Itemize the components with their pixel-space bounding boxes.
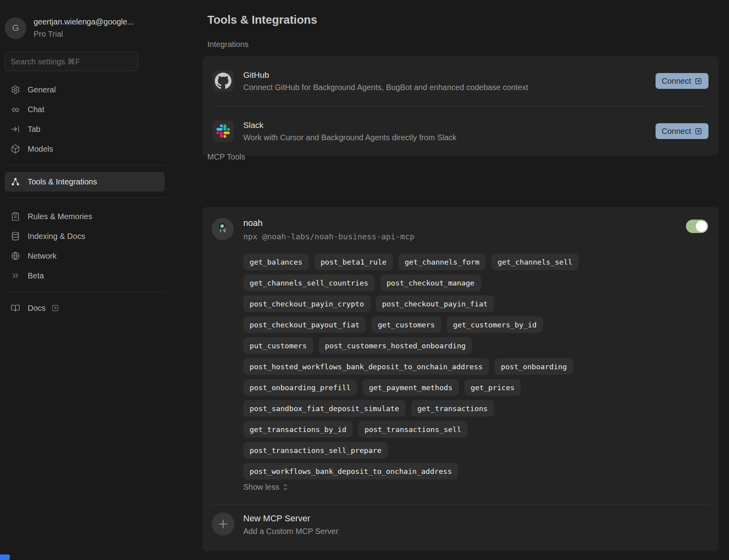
toggle-knob: [696, 221, 707, 232]
sidebar-item-indexing-docs[interactable]: Indexing & Docs: [5, 226, 165, 246]
slack-icon: [212, 120, 234, 142]
mcp-enabled-toggle[interactable]: [686, 220, 708, 233]
tool-chip[interactable]: get_customers_by_id: [447, 316, 543, 333]
bottom-left-accent: [0, 554, 10, 560]
integration-description: Work with Cursor and Background Agents d…: [243, 133, 656, 142]
account-email: geertjan.wielenga@google...: [34, 16, 134, 28]
tool-chip-row: put_customerspost_customers_hosted_onboa…: [243, 337, 713, 354]
sidebar-divider: [5, 291, 165, 292]
infinity-icon: ∞: [10, 104, 21, 115]
cube-icon: [10, 144, 21, 154]
sidebar-item-label: Tools & Integrations: [28, 177, 97, 186]
external-link-icon: [51, 304, 59, 312]
external-link-icon: [695, 77, 702, 85]
sidebar-item-label: Docs: [28, 304, 46, 313]
show-less-button[interactable]: Show less: [243, 483, 288, 492]
sidebar-item-tools-integrations[interactable]: Tools & Integrations: [5, 172, 165, 192]
tool-chip-row: post_checkout_payout_fiatget_customersge…: [243, 316, 713, 333]
sidebar-item-beta[interactable]: Beta: [5, 266, 165, 286]
tool-chip[interactable]: post_transactions_sell: [358, 421, 468, 438]
sidebar-divider: [5, 197, 165, 198]
tool-chip[interactable]: post_customers_hosted_onboarding: [319, 337, 472, 354]
card-divider: [212, 504, 709, 505]
tool-chip-row: post_transactions_sell_prepare: [243, 442, 713, 459]
tool-chip-row: post_workflows_bank_deposit_to_onchain_a…: [243, 463, 713, 479]
sidebar-item-chat[interactable]: ∞ Chat: [5, 100, 165, 119]
tool-chip[interactable]: post_onboarding: [494, 358, 573, 375]
integration-name: GitHub: [243, 70, 656, 80]
tool-chip-row: post_hosted_workflows_bank_deposit_to_on…: [243, 358, 713, 375]
sidebar-item-models[interactable]: Models: [5, 139, 165, 159]
sidebar-item-general[interactable]: General: [5, 80, 165, 100]
tool-chip[interactable]: post_onboarding_prefill: [243, 379, 357, 396]
new-mcp-server-title: New MCP Server: [243, 513, 310, 524]
clipboard-icon: [10, 211, 21, 222]
tool-chip[interactable]: get_payment_methods: [363, 379, 459, 396]
tool-chip[interactable]: get_balances: [243, 254, 309, 270]
tool-chip-row: get_balancespost_beta1_ruleget_channels_…: [243, 254, 713, 270]
tool-chip[interactable]: post_checkout_manage: [380, 274, 481, 291]
integration-name: Slack: [243, 120, 656, 130]
github-icon: [212, 70, 234, 92]
arrow-to-line-icon: [10, 124, 21, 134]
sidebar-item-label: Indexing & Docs: [28, 232, 85, 241]
status-online-dot: [219, 223, 225, 229]
tool-chip[interactable]: post_sandbox_fiat_deposit_simulate: [243, 400, 406, 417]
network-nodes-icon: [10, 177, 21, 187]
integration-description: Connect GitHub for Background Agents, Bu…: [243, 83, 656, 92]
integrations-card: GitHub Connect GitHub for Background Age…: [202, 56, 719, 156]
sidebar-item-network[interactable]: Network: [5, 246, 165, 266]
integration-row-slack: Slack Work with Cursor and Background Ag…: [202, 106, 719, 156]
mcp-tools-list: get_balancespost_beta1_ruleget_channels_…: [243, 254, 713, 484]
book-icon: [10, 303, 21, 313]
integration-row-github: GitHub Connect GitHub for Background Age…: [202, 56, 719, 106]
sidebar-item-label: Tab: [28, 125, 40, 134]
tool-chip[interactable]: get_transactions_by_id: [243, 421, 353, 438]
globe-icon: [10, 251, 21, 261]
sidebar-item-rules-memories[interactable]: Rules & Memories: [5, 207, 165, 226]
search-settings-input[interactable]: Search settings ⌘F: [5, 52, 138, 71]
sidebar-item-docs[interactable]: Docs: [5, 298, 165, 318]
sidebar-item-label: Beta: [28, 271, 44, 280]
github-connect-button[interactable]: Connect: [656, 73, 709, 89]
tool-chip[interactable]: post_beta1_rule: [314, 254, 393, 270]
tool-chip[interactable]: get_channels_form: [398, 254, 486, 270]
avatar: G: [5, 17, 26, 39]
settings-sidebar: G geertjan.wielenga@google... Pro Trial …: [0, 0, 170, 560]
tool-chip[interactable]: put_customers: [243, 337, 313, 354]
sidebar-divider: [5, 165, 165, 165]
show-less-label: Show less: [243, 483, 279, 492]
tool-chip[interactable]: post_checkout_payin_crypto: [243, 295, 370, 312]
mcp-server-name: noah: [243, 218, 263, 228]
tool-chip[interactable]: post_checkout_payout_fiat: [243, 316, 366, 333]
new-mcp-server-subtitle: Add a Custom MCP Server: [243, 527, 338, 536]
mcp-server-command: npx @noah-labs/noah-business-api-mcp: [243, 232, 414, 241]
connect-label: Connect: [662, 127, 691, 136]
tool-chip[interactable]: get_customers: [371, 316, 441, 333]
page-title: Tools & Integrations: [207, 13, 317, 26]
tool-chip[interactable]: get_transactions: [411, 400, 494, 417]
sidebar-item-label: Models: [28, 145, 53, 154]
tool-chip[interactable]: post_checkout_payin_fiat: [376, 295, 494, 312]
unfold-icon: [282, 484, 288, 490]
tool-chip-row: get_channels_sell_countriespost_checkout…: [243, 274, 713, 291]
tool-chip[interactable]: get_channels_sell: [491, 254, 579, 270]
mcp-card: N noah npx @noah-labs/noah-business-api-…: [202, 207, 719, 551]
slack-connect-button[interactable]: Connect: [656, 123, 709, 139]
tool-chip[interactable]: post_workflows_bank_deposit_to_onchain_a…: [243, 463, 458, 479]
connect-label: Connect: [662, 77, 691, 86]
account-info[interactable]: G geertjan.wielenga@google... Pro Trial: [5, 16, 134, 40]
tool-chip[interactable]: post_hosted_workflows_bank_deposit_to_on…: [243, 358, 489, 375]
sidebar-item-label: Rules & Memories: [28, 212, 92, 221]
tool-chip[interactable]: post_transactions_sell_prepare: [243, 442, 388, 459]
new-mcp-server-button[interactable]: New MCP Server Add a Custom MCP Server: [212, 513, 709, 542]
sidebar-item-tab[interactable]: Tab: [5, 119, 165, 139]
tool-chip[interactable]: get_prices: [464, 379, 521, 396]
integrations-section-label: Integrations: [207, 40, 249, 49]
tool-chip[interactable]: get_channels_sell_countries: [243, 274, 375, 291]
mcp-tools-section-label: MCP Tools: [207, 152, 245, 162]
tool-chip-row: post_onboarding_prefillget_payment_metho…: [243, 379, 713, 396]
nav-primary: General ∞ Chat Tab Models: [5, 80, 165, 159]
tool-chip-row: post_sandbox_fiat_deposit_simulateget_tr…: [243, 400, 713, 417]
external-link-icon: [695, 128, 702, 135]
